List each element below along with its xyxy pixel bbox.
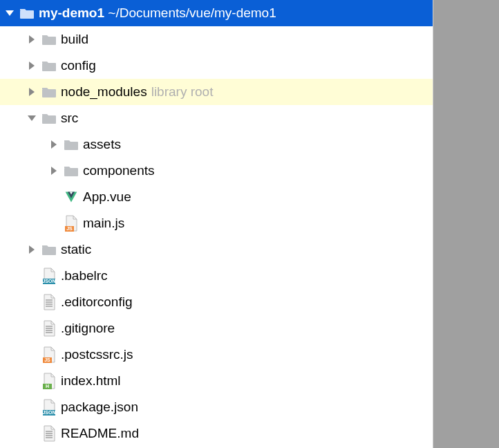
chevron-right-icon[interactable] — [25, 32, 39, 46]
tree-item-label: App.vue — [83, 189, 131, 205]
svg-rect-6 — [64, 168, 78, 176]
chevron-right-icon[interactable] — [25, 243, 39, 256]
chevron-right-icon[interactable] — [25, 85, 39, 99]
chevron-right-icon[interactable] — [47, 164, 61, 178]
tree-folder-row[interactable]: src — [0, 105, 433, 131]
svg-text:H: H — [46, 384, 49, 389]
tree-item-label: build — [61, 32, 88, 47]
tree-item-label: my-demo1 ~/Documents/vue/my-demo1 — [39, 6, 276, 21]
text-file-icon — [41, 426, 57, 441]
tree-file-row[interactable]: JSON package.json — [0, 394, 433, 420]
tree-folder-row[interactable]: node_moduleslibrary root — [0, 79, 433, 105]
svg-text:JS: JS — [44, 357, 50, 362]
svg-text:JSON: JSON — [42, 279, 55, 283]
folder-icon — [41, 111, 57, 126]
text-file-icon — [41, 295, 57, 310]
text-file-icon — [41, 321, 57, 336]
folder-icon — [64, 137, 79, 152]
js-file-icon: JS — [64, 216, 79, 231]
tree-folder-row[interactable]: assets — [0, 131, 433, 158]
svg-text:JSON: JSON — [42, 410, 55, 415]
json-file-icon: JSON — [41, 400, 57, 415]
tree-item-label: assets — [83, 137, 121, 152]
tree-file-row[interactable]: JSON .babelrc — [0, 263, 433, 289]
tree-item-label: static — [61, 242, 91, 257]
tree-item-hint: library root — [151, 84, 214, 100]
editor-gutter — [433, 0, 499, 448]
tree-file-row[interactable]: .gitignore — [0, 315, 433, 342]
tree-item-label: .editorconfig — [61, 295, 133, 310]
tree-folder-row[interactable]: components — [0, 158, 433, 184]
tree-item-label: .postcssrc.js — [61, 347, 133, 362]
tree-item-label: src — [61, 111, 78, 126]
folder-icon — [19, 6, 35, 21]
svg-rect-2 — [42, 63, 56, 71]
svg-rect-0 — [20, 10, 34, 19]
tree-item-label: package.json — [61, 400, 138, 415]
tree-file-row[interactable]: JS .postcssrc.js — [0, 342, 433, 368]
folder-icon — [64, 163, 79, 178]
tree-item-label: config — [61, 58, 96, 73]
svg-rect-3 — [42, 89, 56, 97]
tree-file-row[interactable]: .editorconfig — [0, 289, 433, 315]
tree-item-label: .babelrc — [61, 268, 108, 283]
json-file-icon: JSON — [41, 268, 57, 283]
svg-rect-9 — [42, 247, 56, 255]
tree-file-row[interactable]: H index.html — [0, 368, 433, 394]
tree-file-row[interactable]: App.vue — [0, 184, 433, 210]
tree-folder-row[interactable]: static — [0, 236, 433, 263]
chevron-down-icon[interactable] — [25, 111, 39, 125]
tree-folder-row[interactable]: my-demo1 ~/Documents/vue/my-demo1 — [0, 0, 433, 26]
chevron-right-icon[interactable] — [47, 138, 61, 151]
svg-rect-4 — [42, 115, 56, 124]
svg-rect-1 — [42, 37, 56, 45]
folder-icon — [41, 242, 57, 257]
chevron-down-icon[interactable] — [3, 6, 17, 20]
project-tree-panel[interactable]: my-demo1 ~/Documents/vue/my-demo1 build … — [0, 0, 433, 448]
folder-icon — [41, 84, 57, 100]
chevron-right-icon[interactable] — [25, 59, 39, 73]
vue-file-icon — [64, 189, 79, 205]
tree-file-row[interactable]: README.md — [0, 420, 433, 447]
svg-text:JS: JS — [66, 226, 73, 231]
tree-item-label: README.md — [61, 426, 139, 441]
tree-item-label: .gitignore — [61, 321, 115, 336]
tree-item-label: components — [83, 163, 155, 178]
folder-icon — [41, 32, 57, 47]
folder-icon — [41, 58, 57, 73]
tree-folder-row[interactable]: config — [0, 53, 433, 79]
html-file-icon: H — [41, 373, 57, 389]
tree-item-label: main.js — [83, 216, 124, 231]
tree-file-row[interactable]: JS main.js — [0, 210, 433, 236]
tree-folder-row[interactable]: build — [0, 26, 433, 53]
tree-item-label: node_modules — [61, 84, 147, 100]
js-file-icon: JS — [41, 347, 57, 362]
tree-item-label: index.html — [61, 373, 121, 389]
svg-rect-5 — [64, 142, 78, 150]
